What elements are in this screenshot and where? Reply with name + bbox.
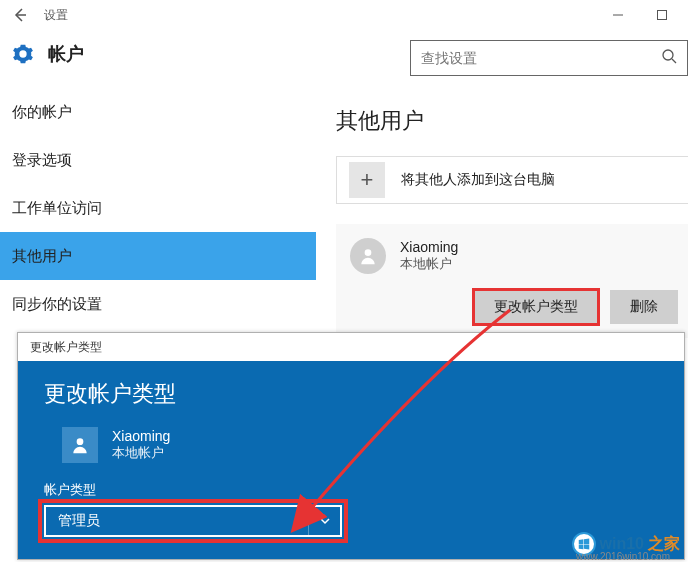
- svg-point-1: [663, 50, 673, 60]
- maximize-icon: [656, 9, 668, 21]
- sidebar-item-label: 工作单位访问: [12, 199, 102, 218]
- chevron-down-icon: [308, 507, 340, 535]
- person-icon: [358, 246, 378, 266]
- svg-point-2: [365, 249, 372, 256]
- sidebar-item-other-users[interactable]: 其他用户: [0, 232, 316, 280]
- user-subtitle: 本地帐户: [400, 255, 458, 273]
- search-box[interactable]: [410, 40, 688, 76]
- watermark-url: www.2016win10.com: [576, 551, 670, 562]
- page-header: 帐户: [0, 30, 688, 88]
- page-title: 帐户: [48, 42, 84, 66]
- change-account-type-button[interactable]: 更改帐户类型: [474, 290, 598, 324]
- svg-point-3: [77, 438, 84, 445]
- person-icon: [70, 435, 90, 455]
- minimize-button[interactable]: [598, 2, 638, 28]
- avatar: [62, 427, 98, 463]
- user-panel: Xiaoming 本地帐户 更改帐户类型 删除: [336, 224, 688, 338]
- avatar: [350, 238, 386, 274]
- window-title: 设置: [44, 7, 68, 24]
- sidebar-item-label: 其他用户: [12, 247, 72, 266]
- add-user-label: 将其他人添加到这台电脑: [401, 171, 555, 189]
- watermark: win10之家 www.2016win10.com: [572, 532, 680, 556]
- back-button[interactable]: [6, 1, 34, 29]
- account-type-select[interactable]: 管理员: [44, 505, 342, 537]
- sidebar-item-work-access[interactable]: 工作单位访问: [0, 184, 316, 232]
- sidebar-item-signin-options[interactable]: 登录选项: [0, 136, 316, 184]
- sidebar-item-sync-settings[interactable]: 同步你的设置: [0, 280, 316, 328]
- sidebar-item-label: 同步你的设置: [12, 295, 102, 314]
- search-icon: [661, 48, 677, 68]
- sidebar-item-label: 登录选项: [12, 151, 72, 170]
- dialog-caption: 更改帐户类型: [18, 333, 684, 361]
- search-input[interactable]: [421, 50, 661, 66]
- select-value: 管理员: [58, 512, 100, 530]
- account-type-label: 帐户类型: [44, 481, 658, 499]
- minimize-icon: [612, 9, 624, 21]
- gear-icon: [12, 43, 34, 65]
- dialog-title: 更改帐户类型: [44, 379, 658, 409]
- remove-button[interactable]: 删除: [610, 290, 678, 324]
- dialog-user-subtitle: 本地帐户: [112, 444, 170, 462]
- content-title: 其他用户: [336, 106, 688, 136]
- user-row[interactable]: Xiaoming 本地帐户: [350, 238, 678, 274]
- dialog-user-name: Xiaoming: [112, 428, 170, 444]
- arrow-left-icon: [12, 7, 28, 23]
- add-user-row[interactable]: + 将其他人添加到这台电脑: [336, 156, 688, 204]
- plus-icon: +: [349, 162, 385, 198]
- maximize-button[interactable]: [642, 2, 682, 28]
- svg-rect-0: [658, 11, 667, 20]
- windows-logo-icon: [577, 537, 591, 551]
- sidebar-item-your-account[interactable]: 你的帐户: [0, 88, 316, 136]
- window-titlebar: 设置: [0, 0, 688, 30]
- change-account-type-dialog: 更改帐户类型 更改帐户类型 Xiaoming 本地帐户 帐户类型 管理员: [17, 332, 685, 560]
- user-name: Xiaoming: [400, 239, 458, 255]
- dialog-user-row: Xiaoming 本地帐户: [62, 427, 658, 463]
- sidebar-item-label: 你的帐户: [12, 103, 72, 122]
